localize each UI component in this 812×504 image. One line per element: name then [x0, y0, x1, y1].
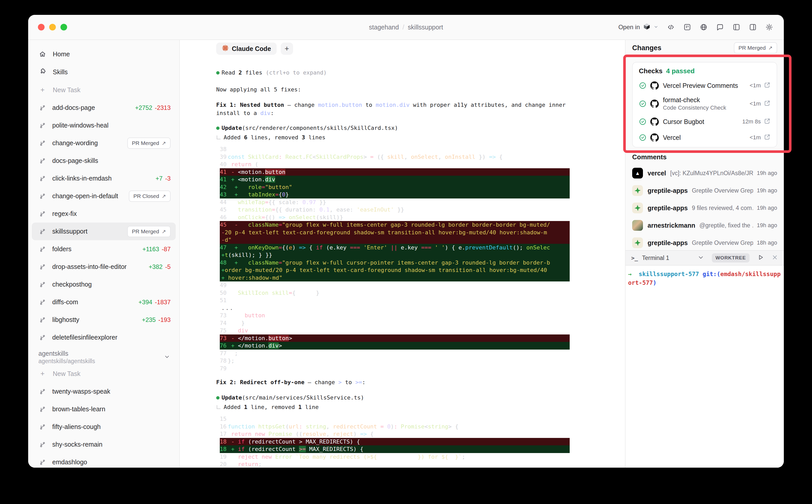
- task-label: twenty-wasps-speak: [52, 388, 110, 395]
- diff-stats: +382-5: [149, 263, 171, 270]
- diff-block-2[interactable]: 15 16function httpsGet(url: string, redi…: [220, 415, 570, 468]
- zoom-window-button[interactable]: [60, 24, 67, 30]
- comment-row[interactable]: greptile-apps Greptile Overview Grep… 19…: [632, 185, 777, 196]
- terminal-output[interactable]: → skillssupport-577 git:(emdash/skillssu…: [626, 266, 784, 291]
- external-link-icon[interactable]: [764, 118, 771, 125]
- check-row[interactable]: Vercel Preview Comments <1m: [639, 80, 771, 91]
- sidebar-task-row[interactable]: diffs-com +394-1837 ↗: [32, 293, 176, 311]
- kanban-board-icon[interactable]: [683, 23, 691, 31]
- diff-line: 50SkillIcon skill={ }: [220, 289, 570, 297]
- sidebar-task-row[interactable]: folders +1163-87 ↗: [32, 240, 176, 258]
- panel-right-icon[interactable]: [749, 23, 757, 31]
- comment-row[interactable]: greptile-apps Greptile Overview Grep… 18…: [632, 237, 777, 248]
- task-label: fifty-aliens-cough: [52, 423, 101, 431]
- diff-line: 17return new Promise ((resolve, reject) …: [220, 430, 570, 438]
- sidebar-task-row[interactable]: polite-windows-heal ↗: [32, 117, 176, 134]
- task-label: shy-socks-remain: [52, 441, 102, 448]
- chat-icon[interactable]: [716, 23, 724, 31]
- check-row[interactable]: format-check Code Consistency Check <1m: [639, 96, 771, 111]
- sidebar-task-row[interactable]: skillssupport PR Merged↗: [32, 223, 176, 240]
- sidebar-task-row[interactable]: click-links-in-emdash +7-3 ↗: [32, 170, 176, 187]
- comment-time: 19h ago: [757, 187, 777, 194]
- external-link-icon[interactable]: [764, 100, 771, 108]
- add-agent-tab-button[interactable]: +: [281, 43, 293, 55]
- sidebar-item-home[interactable]: Home: [32, 45, 176, 63]
- comment-author: greptile-apps: [648, 239, 688, 247]
- comment-row[interactable]: arnestrickmann @greptile, fixed the … 19…: [632, 220, 777, 231]
- run-icon[interactable]: [757, 254, 764, 262]
- diff-line: 43+ tabIndex={0}: [220, 191, 570, 198]
- sidebar-task-row[interactable]: change-wording PR Merged↗: [32, 134, 176, 152]
- comment-time: 18h ago: [757, 239, 777, 246]
- gear-icon[interactable]: [765, 23, 773, 31]
- new-task-label: New Task: [53, 370, 80, 377]
- pr-status-badge[interactable]: PR Merged↗: [127, 138, 171, 149]
- tool-event-update-2[interactable]: Update(src/main/services/SkillsService.t…: [216, 394, 570, 402]
- tool-event-read[interactable]: Read 2 files (ctrl+o to expand): [216, 69, 570, 77]
- open-in-dropdown[interactable]: Open in: [618, 23, 658, 32]
- breadcrumb-branch: skillssupport: [408, 24, 443, 31]
- pr-status-badge[interactable]: PR Closed↗: [129, 191, 171, 202]
- sidebar-task-row[interactable]: change-open-in-default PR Closed↗: [32, 187, 176, 205]
- git-branch-icon: [38, 122, 47, 129]
- diff-line: 45- className="group flex w-full items-c…: [220, 221, 570, 229]
- sidebar-task-row[interactable]: emdashlogo ↗: [32, 453, 176, 468]
- sidebar-item-label: Skills: [53, 68, 68, 76]
- code-view-icon[interactable]: [667, 23, 675, 31]
- pr-status-badge[interactable]: PR Merged↗: [127, 226, 171, 237]
- chevron-down-icon[interactable]: [164, 354, 170, 361]
- sidebar-task-row[interactable]: twenty-wasps-speak ↗: [32, 383, 176, 400]
- check-row[interactable]: Vercel <1m: [639, 132, 771, 143]
- panel-left-icon[interactable]: [733, 23, 740, 31]
- comment-snippet: [vc]: KZulMuz4YPLnOi/As8e/JR…: [670, 170, 753, 177]
- task-label: regex-fix: [52, 210, 77, 217]
- sidebar-task-row[interactable]: docs-page-skills ↗: [32, 152, 176, 170]
- external-arrow-icon: ↗: [768, 45, 773, 51]
- diff-stats: +7-3: [155, 175, 171, 182]
- comments-section: Comments vercel [vc]: KZulMuz4YPLnOi/As8…: [626, 153, 784, 266]
- check-duration: 12m 8s: [742, 118, 761, 125]
- sidebar-task-row[interactable]: drop-assets-into-file-editor +382-5 ↗: [32, 258, 176, 276]
- new-task-button[interactable]: + New Task: [32, 81, 176, 99]
- sidebar-task-row[interactable]: add-docs-page +2752-2313 ↗: [32, 99, 176, 117]
- close-window-button[interactable]: [38, 24, 45, 30]
- check-passed-icon: [639, 100, 647, 108]
- sidebar-task-row[interactable]: regex-fix ↗: [32, 205, 176, 223]
- diff-line: 79: [220, 365, 570, 372]
- diff-line: 74}: [220, 319, 570, 327]
- comment-row[interactable]: vercel [vc]: KZulMuz4YPLnOi/As8e/JR… 19h…: [632, 168, 777, 179]
- checks-list: Vercel Preview Comments <1m: [639, 80, 771, 143]
- diff-line: 18- if (redirectCount > MAX_REDIRECTS) {: [220, 438, 570, 446]
- chevron-down-icon[interactable]: [698, 254, 704, 262]
- minimize-window-button[interactable]: [49, 24, 56, 30]
- globe-icon[interactable]: [700, 23, 707, 31]
- sidebar-task-row[interactable]: fifty-aliens-cough ↗: [32, 418, 176, 436]
- sidebar-task-row[interactable]: shy-socks-remain ↗: [32, 436, 176, 453]
- diff-line: 76+ </motion.div>: [220, 342, 570, 350]
- comments-title: Comments: [632, 153, 777, 161]
- project-group-header[interactable]: agentskills agentskills/agentskills: [32, 350, 176, 365]
- diff-line: 46onClick={() => onSelect(skill)}: [220, 214, 570, 221]
- new-task-button-2[interactable]: + New Task: [32, 365, 176, 383]
- comment-row[interactable]: greptile-apps 9 files reviewed, 4 com… 1…: [632, 203, 777, 213]
- external-link-icon[interactable]: [764, 82, 771, 89]
- sidebar-task-row[interactable]: libghostty +235-193 ↗: [32, 311, 176, 329]
- close-icon[interactable]: [772, 254, 778, 262]
- pr-merged-badge[interactable]: PR Merged↗: [734, 42, 777, 54]
- cursor-app-icon: [643, 23, 651, 32]
- check-row[interactable]: Cursor Bugbot 12m 8s: [639, 116, 771, 127]
- diff-block-1[interactable]: 38 39const SkillCard: React.FC<SkillCard…: [220, 145, 570, 372]
- sidebar-task-row[interactable]: brown-tables-learn ↗: [32, 400, 176, 418]
- agent-tab-claude-code[interactable]: Claude Code: [216, 43, 277, 55]
- sidebar-item-skills[interactable]: Skills: [32, 63, 176, 81]
- comment-author: greptile-apps: [648, 204, 688, 212]
- conversation-pane[interactable]: Claude Code + Read 2 files (ctrl+o to ex…: [180, 40, 625, 468]
- diff-line: 49: [220, 281, 570, 289]
- tool-event-update-1[interactable]: Update(src/renderer/components/skills/Sk…: [216, 124, 570, 132]
- external-link-icon[interactable]: [764, 134, 771, 141]
- app-window: stagehand/skillssupport Open in: [28, 15, 784, 468]
- sidebar-task-row[interactable]: deletefilesinfileexplorer ↗: [32, 329, 176, 346]
- sidebar-task-row[interactable]: checkposthog ↗: [32, 276, 176, 293]
- diff-line: +order bg-muted/20 p-4 text-left text-ca…: [220, 266, 570, 274]
- sidebar: Home Skills + New Task add-docs-page: [28, 40, 180, 468]
